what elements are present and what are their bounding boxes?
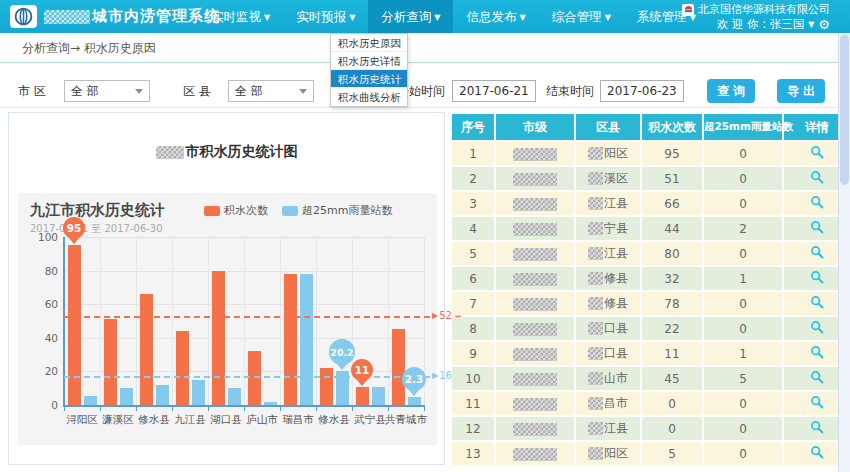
magnifier-icon[interactable]: [810, 445, 824, 462]
cell-stations: 0: [704, 292, 782, 315]
city-filter-label: 市 区: [18, 80, 46, 102]
magnifier-icon[interactable]: [810, 320, 824, 337]
nav-item-label: 综合管理: [552, 9, 602, 24]
x-category-label: 武宁县: [354, 413, 386, 427]
cell-district: 阳区: [576, 442, 640, 465]
cell-stations: 0: [704, 317, 782, 340]
table-row: 9口县111: [452, 342, 838, 365]
cell-detail: [784, 417, 838, 440]
cell-no: 5: [452, 242, 494, 265]
x-category-label: 庐山市: [246, 413, 278, 427]
cell-no: 8: [452, 317, 494, 340]
cell-no: 7: [452, 292, 494, 315]
balloon-marker: 11: [351, 359, 373, 381]
balloon-marker: 2.3: [402, 367, 426, 391]
x-axis-tick: [244, 407, 245, 411]
menu-item-1[interactable]: 积水历史详情: [331, 52, 407, 70]
cell-detail: [784, 342, 838, 365]
average-line: [64, 376, 430, 378]
magnifier-icon[interactable]: [810, 145, 824, 162]
end-date-input[interactable]: [600, 80, 684, 102]
nav-item-label: 实时预报: [296, 9, 346, 24]
cell-detail: [784, 267, 838, 290]
magnifier-icon[interactable]: [810, 245, 824, 262]
bar-series-0: [284, 274, 297, 405]
cell-count: 11: [642, 342, 702, 365]
query-button[interactable]: 查 询: [707, 79, 755, 103]
magnifier-icon[interactable]: [810, 345, 824, 362]
cell-no: 2: [452, 167, 494, 190]
data-table: 序号市级区县积水次数超25mm雨量站数详情 1阳区9502溪区5103江县660…: [450, 112, 838, 467]
cell-city: [496, 342, 574, 365]
table-panel: 序号市级区县积水次数超25mm雨量站数详情 1阳区9502溪区5103江县660…: [450, 112, 838, 472]
x-category-label: 濂溪区: [102, 413, 134, 427]
start-date-input[interactable]: [452, 80, 536, 102]
nav-item-3[interactable]: 信息发布▼: [453, 0, 538, 33]
city-redacted: [513, 223, 557, 236]
menu-item-2[interactable]: 积水历史统计: [331, 70, 407, 88]
cell-district: 江县: [576, 417, 640, 440]
header-right: 北京国信华源科技有限公司 欢 迎 你 : 张三国 ▼ ⚙: [682, 2, 830, 32]
x-axis-tick: [100, 407, 101, 411]
vertical-scrollbar[interactable]: [838, 33, 850, 472]
magnifier-icon[interactable]: [810, 370, 824, 387]
table-row: 1阳区950: [452, 142, 838, 165]
cell-district: 修县: [576, 267, 640, 290]
chart-plot: 020406080100浔阳区濂溪区修水县九江县湖口县庐山市瑞昌市修水县武宁县共…: [18, 193, 437, 445]
table-row: 4宁县442: [452, 217, 838, 240]
scrollbar-thumb[interactable]: [840, 35, 849, 185]
bar-series-0: [104, 319, 117, 405]
cell-city: [496, 142, 574, 165]
company-line: 北京国信华源科技有限公司: [682, 2, 830, 17]
district-select[interactable]: 全 部: [228, 80, 314, 102]
nav-item-0[interactable]: 实时监视▼: [198, 0, 283, 33]
cell-detail: [784, 142, 838, 165]
city-redacted: [513, 423, 557, 436]
balloon-tail: [337, 364, 347, 370]
cell-count: 32: [642, 267, 702, 290]
cell-no: 4: [452, 217, 494, 240]
nav-item-label: 信息发布: [466, 9, 516, 24]
menu-item-3[interactable]: 积水曲线分析: [331, 88, 407, 106]
nav-item-1[interactable]: 实时预报▼: [283, 0, 368, 33]
gear-icon[interactable]: ⚙: [818, 18, 830, 31]
district-redacted-prefix: [588, 197, 603, 210]
magnifier-icon[interactable]: [810, 170, 824, 187]
cell-detail: [784, 367, 838, 390]
city-select-value: 全 部: [71, 83, 99, 100]
magnifier-icon[interactable]: [810, 395, 824, 412]
bar-series-1: [192, 380, 205, 405]
magnifier-icon[interactable]: [810, 270, 824, 287]
nav-item-2[interactable]: 分析查询▼: [368, 0, 453, 33]
bar-series-1: [84, 396, 97, 405]
user-menu[interactable]: 欢 迎 你 : 张三国 ▼ ⚙: [682, 17, 830, 32]
district-redacted-prefix: [588, 222, 603, 235]
chevron-down-icon: ▼: [434, 1, 440, 34]
menu-item-0[interactable]: 积水历史原因: [331, 34, 407, 52]
cell-district: 宁县: [576, 217, 640, 240]
cell-district: 溪区: [576, 167, 640, 190]
bar-series-1: [264, 402, 277, 405]
table-row: 10山市455: [452, 367, 838, 390]
cell-detail: [784, 392, 838, 415]
x-axis-tick: [352, 407, 353, 411]
cell-district: 口县: [576, 317, 640, 340]
nav-item-label: 分析查询: [381, 9, 431, 24]
nav-item-4[interactable]: 综合管理▼: [539, 0, 624, 33]
city-select[interactable]: 全 部: [64, 80, 150, 102]
cell-stations: 1: [704, 267, 782, 290]
bar-series-1: [120, 388, 133, 405]
magnifier-icon[interactable]: [810, 420, 824, 437]
cell-detail: [784, 217, 838, 240]
bar-series-0: [140, 294, 153, 405]
grid-line: [316, 237, 317, 405]
district-redacted-prefix: [588, 397, 603, 410]
magnifier-icon[interactable]: [810, 195, 824, 212]
export-button[interactable]: 导 出: [777, 79, 825, 103]
magnifier-icon[interactable]: [810, 295, 824, 312]
city-redacted: [513, 148, 557, 161]
city-redacted: [513, 273, 557, 286]
page: 城市内涝管理系统 实时监视▼实时预报▼分析查询▼信息发布▼综合管理▼系统管理▼ …: [0, 0, 850, 472]
magnifier-icon[interactable]: [810, 220, 824, 237]
main-nav: 实时监视▼实时预报▼分析查询▼信息发布▼综合管理▼系统管理▼: [198, 0, 709, 33]
